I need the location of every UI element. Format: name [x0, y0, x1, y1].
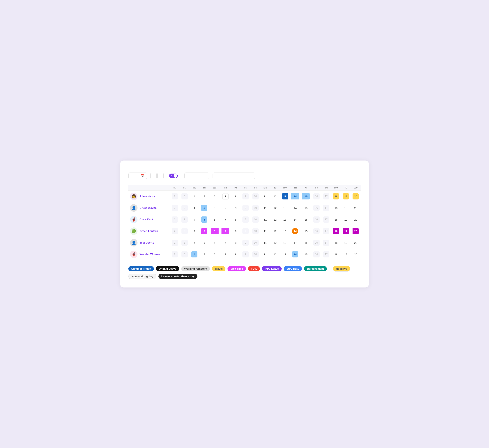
day-cell[interactable]: 13 [280, 214, 290, 225]
day-cell[interactable]: 15 [301, 214, 312, 225]
day-cell[interactable]: 10 [250, 191, 260, 202]
day-cell[interactable]: 2 [170, 202, 180, 214]
day-cell[interactable]: 5 [199, 237, 209, 248]
day-cell[interactable]: 4 [190, 202, 199, 214]
day-cell[interactable]: 4 [190, 214, 199, 225]
day-cell[interactable]: 4 [190, 225, 199, 237]
day-cell[interactable]: 15 [301, 237, 312, 248]
pending-toggle[interactable]: ✓ [169, 174, 178, 178]
day-cell[interactable]: 10 [250, 225, 260, 237]
legend-badge[interactable]: Leaves shorter than a day [158, 274, 198, 279]
day-cell[interactable]: 19 [341, 191, 351, 202]
day-cell[interactable]: 13 [280, 225, 290, 237]
day-cell[interactable]: 10 [250, 202, 260, 214]
day-cell[interactable]: 6 [209, 237, 220, 248]
day-cell[interactable]: 11 [260, 237, 270, 248]
day-cell[interactable]: 20 [351, 202, 361, 214]
day-cell[interactable]: 2 [170, 237, 180, 248]
day-cell[interactable]: 16 [312, 191, 321, 202]
day-cell[interactable]: 15 [301, 225, 312, 237]
day-cell[interactable]: 8 [231, 237, 240, 248]
user-name[interactable]: Test User 1 [140, 241, 154, 245]
day-cell[interactable]: 6 [209, 248, 220, 260]
day-cell[interactable]: 7 [220, 248, 231, 260]
day-cell[interactable]: 15 [301, 202, 312, 214]
user-name[interactable]: Clark Kent [140, 218, 153, 221]
day-cell[interactable]: 2 [170, 248, 180, 260]
legend-badge[interactable]: PTO Leave [262, 266, 282, 271]
day-cell[interactable]: 4 [190, 191, 199, 202]
day-cell[interactable]: 11 [260, 191, 270, 202]
legend-badge[interactable]: Summer Friday [128, 266, 154, 271]
day-cell[interactable]: 19 [341, 248, 351, 260]
legend-badge[interactable]: Unpaid Leave [156, 266, 179, 271]
day-cell[interactable]: 3 [180, 225, 189, 237]
day-cell[interactable]: 2 [170, 191, 180, 202]
day-cell[interactable]: 14 [290, 225, 300, 237]
filter-input[interactable] [213, 173, 255, 179]
day-cell[interactable]: 6 [209, 225, 220, 237]
legend-badge[interactable]: Sick Time [227, 266, 246, 271]
day-cell[interactable]: 13 [280, 191, 290, 202]
day-cell[interactable]: 19 [341, 237, 351, 248]
day-cell[interactable]: 6 [209, 202, 220, 214]
user-name[interactable]: Bruce Wayne [140, 206, 157, 210]
legend-badge[interactable]: Jury Duty [284, 266, 302, 271]
day-cell[interactable]: 6 [209, 191, 220, 202]
day-cell[interactable]: 15 [301, 191, 312, 202]
legend-badge[interactable]: Working remotely [181, 266, 210, 271]
day-cell[interactable]: 15 [301, 248, 312, 260]
day-cell[interactable]: 10 [250, 248, 260, 260]
legend-badge[interactable]: Holidays [333, 266, 350, 272]
day-cell[interactable]: 6 [209, 214, 220, 225]
day-cell[interactable]: 12 [270, 214, 280, 225]
day-cell[interactable]: 8 [231, 248, 240, 260]
day-cell[interactable]: 13 [280, 248, 290, 260]
date-range-picker[interactable]: → 📅 [128, 173, 147, 179]
day-cell[interactable]: 9 [241, 214, 250, 225]
day-cell[interactable]: 20 [351, 225, 361, 237]
day-cell[interactable]: 4 [190, 237, 199, 248]
day-cell[interactable]: 5 [199, 191, 209, 202]
day-cell[interactable]: 3 [180, 191, 189, 202]
day-cell[interactable]: 16 [312, 248, 321, 260]
next-button[interactable] [157, 173, 164, 179]
day-cell[interactable]: 9 [241, 248, 250, 260]
day-cell[interactable]: 7 [220, 202, 231, 214]
day-cell[interactable]: 19 [341, 202, 351, 214]
day-cell[interactable]: 18 [331, 237, 341, 248]
day-cell[interactable]: 19 [341, 214, 351, 225]
day-cell[interactable]: 12 [270, 248, 280, 260]
user-name[interactable]: Adele Vance [140, 195, 156, 198]
day-cell[interactable]: 16 [312, 214, 321, 225]
day-cell[interactable]: 3 [180, 237, 189, 248]
day-cell[interactable]: 5 [199, 225, 209, 237]
day-cell[interactable]: 17 [321, 248, 331, 260]
day-cell[interactable]: 20 [351, 248, 361, 260]
day-cell[interactable]: 8 [231, 202, 240, 214]
day-cell[interactable]: 16 [312, 225, 321, 237]
day-cell[interactable]: 9 [241, 225, 250, 237]
day-cell[interactable]: 14 [290, 248, 300, 260]
day-cell[interactable]: 18 [331, 248, 341, 260]
day-cell[interactable]: 20 [351, 214, 361, 225]
day-cell[interactable]: 3 [180, 248, 189, 260]
day-cell[interactable]: 20 [351, 191, 361, 202]
prev-button[interactable] [150, 173, 157, 179]
day-cell[interactable]: 12 [270, 237, 280, 248]
day-cell[interactable]: 14 [290, 191, 300, 202]
user-name[interactable]: Green Lantern [140, 230, 158, 233]
day-cell[interactable]: 18 [331, 225, 341, 237]
day-cell[interactable]: 7 [220, 191, 231, 202]
day-cell[interactable]: 13 [280, 202, 290, 214]
day-cell[interactable]: 8 [231, 225, 240, 237]
user-name[interactable]: Wonder Woman [140, 253, 160, 256]
day-cell[interactable]: 12 [270, 202, 280, 214]
day-cell[interactable]: 8 [231, 191, 240, 202]
day-cell[interactable]: 11 [260, 248, 270, 260]
day-cell[interactable]: 2 [170, 214, 180, 225]
day-cell[interactable]: 13 [280, 237, 290, 248]
day-cell[interactable]: 16 [312, 202, 321, 214]
day-cell[interactable]: 12 [270, 191, 280, 202]
legend-badge[interactable]: Travel [212, 266, 226, 271]
